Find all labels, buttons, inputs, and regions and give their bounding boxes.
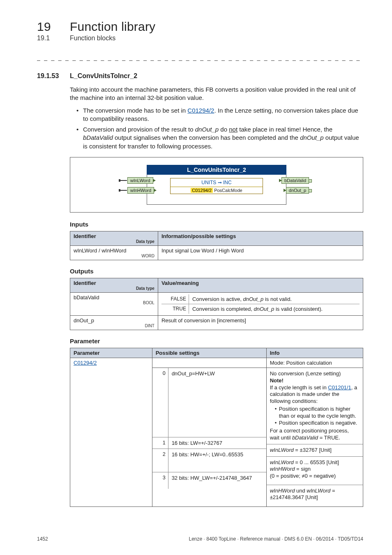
section-intro: Taking into account the machine paramete… [70,86,363,102]
outputs-table: Identifier Data type Value/meaning bData… [70,278,363,330]
param-info-2: wInLWord = 0 ... 65535 [Unit] wInHWord =… [267,457,363,485]
fb-inner-box: UNITS ➞ INC C01294/2 PosCalcMode [170,178,263,194]
port-out-dnOut_p: dnOut_p [286,187,309,194]
separator-rule: _ _ _ _ _ _ _ _ _ _ _ _ _ _ _ _ _ _ _ _ … [37,54,363,61]
link-c01201-1[interactable]: C01201/1 [328,384,351,391]
fb-diagram: L_ConvUnitsToIncr_2 wInLWord wInHWord [70,157,363,213]
chapter-heading: 19Function library [37,20,363,34]
link-c01294-2-param[interactable]: C01294/2 [74,360,97,366]
footer-meta: Lenze · 8400 TopLine · Reference manual … [189,536,363,542]
fb-inner-code: C01294/2 [191,188,213,193]
section-heading: 19.1.53L_ConvUnitsToIncr_2 [37,72,363,80]
chapter-number: 19 [37,20,70,34]
fb-title: L_ConvUnitsToIncr_2 [147,165,286,175]
inputs-table: Identifier Data type Information/possibl… [70,231,363,260]
outputs-col-identifier: Identifier Data type [70,278,158,292]
inputs-heading: Inputs [70,221,363,228]
outputs-heading: Outputs [70,268,363,275]
subchapter-number: 19.1 [37,35,70,42]
table-row: wInLWord / wInHWord WORD Input signal Lo… [70,245,363,260]
port-in-wInHWord: wInHWord [127,187,154,194]
link-c01294-2[interactable]: C01294/2 [187,107,214,114]
param-col-settings: Possible settings [152,348,266,358]
param-col-info: Info [266,348,363,358]
param-info-1: wInLWord = ±32767 [Unit] [267,444,363,457]
bullet-item: The conversion mode has to be set in C01… [76,106,363,123]
chapter-title: Function library [70,20,155,33]
fb-inner-top: UNITS ➞ INC [171,178,263,187]
inputs-col-info: Information/possible settings [158,231,363,245]
section-title: L_ConvUnitsToIncr_2 [70,72,137,79]
inputs-col-identifier: Identifier Data type [70,231,158,245]
fb-inner-label: PosCalcMode [214,188,242,193]
table-row: dnOut_p DINT Result of conversion in [in… [70,315,363,330]
param-col-parameter: Parameter [70,348,152,358]
table-row: bDataValid BOOL FALSE Conversion is acti… [70,292,363,315]
page-number: 1452 [37,536,48,542]
subchapter-title: Function blocks [70,35,115,42]
table-row: C01294/2 Mode: Position calculation [70,358,363,368]
parameter-table: Parameter Possible settings Info C01294/… [70,348,363,507]
page-footer: 1452 Lenze · 8400 TopLine · Reference ma… [37,536,363,542]
port-in-wInLWord: wInLWord [127,177,153,184]
section-bullets: The conversion mode has to be set in C01… [76,106,363,150]
port-out-bDataValid: bDataValid [281,177,309,184]
outputs-col-value: Value/meaning [158,278,363,292]
fb-inner-bottom: C01294/2 PosCalcMode [171,187,263,194]
param-info-0: No conversion (Lenze setting) Note! If a… [267,368,363,444]
section-number: 19.1.53 [37,72,70,80]
param-info-3: wInHWord und wInLWord = ±214748.3647 [Un… [267,485,363,506]
parameter-heading: Parameter [70,338,363,345]
subchapter-heading: 19.1Function blocks [37,35,363,42]
bullet-item: Conversion and provision of the result t… [76,125,363,150]
